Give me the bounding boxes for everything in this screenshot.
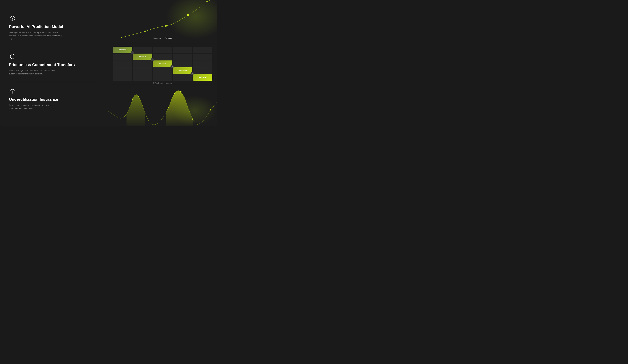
grid-cell-2-1 (113, 54, 132, 60)
company-1-cell: Company 1 ↻ (113, 47, 132, 53)
svg-point-8 (207, 1, 208, 2)
grid-cell-4-2 (133, 67, 153, 74)
left-column: Powerful AI Prediction Model Leverage ou… (0, 0, 108, 125)
visual-transfers: Company 1 ↻ Company 2 ↻ (108, 44, 217, 84)
svg-point-12 (168, 107, 169, 108)
visual-ai-prediction: ← Historical Forecast → (108, 0, 217, 44)
transfer-icon-2: ↻ (151, 58, 154, 61)
refresh-icon (9, 53, 16, 60)
company-4-cell: Company 4 ↻ (173, 67, 192, 74)
grid-cell-3-5 (193, 61, 212, 67)
transfers-desc: Take advantage of automated RI transfers… (9, 69, 63, 76)
grid-cell-5-3 (153, 74, 172, 81)
svg-point-11 (132, 99, 133, 100)
ai-prediction-desc: Leverage our model to accurately forecas… (9, 31, 63, 41)
grid-cell-1-5 (193, 47, 212, 53)
transfer-grid: Company 1 ↻ Company 2 ↻ (113, 47, 212, 81)
grid-cell-3-1 (113, 61, 132, 67)
historical-label[interactable]: Historical (153, 37, 161, 39)
grid-cell-4-1 (113, 67, 132, 74)
grid-cell-5-4 (173, 74, 192, 81)
grid-cell-5-1 (113, 74, 132, 81)
svg-point-5 (145, 31, 146, 32)
transfer-icon-1: ↻ (131, 51, 134, 55)
grid-cell-4-5 (193, 67, 212, 74)
svg-point-18 (210, 109, 211, 110)
visual-insurance (108, 84, 217, 125)
ri-label: 3 Year Reserved Instance (113, 82, 212, 84)
grid-cell-3-2 (133, 61, 153, 67)
section-ai-prediction: Powerful AI Prediction Model Leverage ou… (9, 9, 99, 47)
grid-cell-1-2 (133, 47, 153, 53)
grid-cell-2-3 (153, 54, 172, 60)
prediction-curve-svg (108, 0, 217, 41)
insurance-desc: Protect against underutilization with An… (9, 104, 63, 110)
wave-chart-svg (108, 84, 217, 125)
svg-marker-1 (10, 16, 15, 19)
arrow-left[interactable]: ← (147, 37, 149, 39)
company-5-label: Company 5 (198, 76, 207, 78)
chart-nav: ← Historical Forecast → (147, 37, 178, 39)
page-wrapper: Powerful AI Prediction Model Leverage ou… (0, 0, 217, 125)
grid-cell-5-2 (133, 74, 153, 81)
grid-wrapper: Company 1 ↻ Company 2 ↻ (113, 47, 212, 84)
company-1-label: Company 1 (118, 49, 127, 51)
arrow-right[interactable]: → (176, 37, 178, 39)
svg-point-15 (138, 96, 139, 97)
svg-point-16 (192, 119, 193, 120)
grid-cell-3-4 (173, 61, 192, 67)
svg-point-17 (197, 124, 198, 124)
svg-point-14 (180, 91, 181, 93)
grid-cell-4-3 (153, 67, 172, 74)
insurance-title: Underutilization Insurance (9, 97, 99, 102)
grid-cell-1-3 (153, 47, 172, 53)
umbrella-icon (9, 88, 16, 94)
company-4-label: Company 4 (178, 69, 187, 72)
section-transfers: Frictionless Commitment Transfers Take a… (9, 47, 99, 82)
grid-cell-2-5 (193, 54, 212, 60)
ai-prediction-title: Powerful AI Prediction Model (9, 24, 99, 29)
grid-cell-1-4 (173, 47, 192, 53)
section-insurance: Underutilization Insurance Protect again… (9, 82, 99, 117)
cube-icon (9, 15, 16, 22)
grid-cell-2-4 (173, 54, 192, 60)
company-5-cell: Company 5 (193, 74, 212, 81)
company-3-label: Company 3 (158, 62, 167, 65)
svg-point-6 (165, 25, 167, 27)
forecast-label[interactable]: Forecast (165, 37, 172, 39)
company-3-cell: Company 3 ↻ (153, 61, 172, 67)
company-2-cell: Company 2 ↻ (133, 54, 153, 60)
right-column: ← Historical Forecast → Company 1 ↻ (108, 0, 217, 125)
company-2-label: Company 2 (138, 56, 147, 58)
svg-point-13 (174, 93, 175, 94)
transfers-title: Frictionless Commitment Transfers (9, 62, 99, 67)
